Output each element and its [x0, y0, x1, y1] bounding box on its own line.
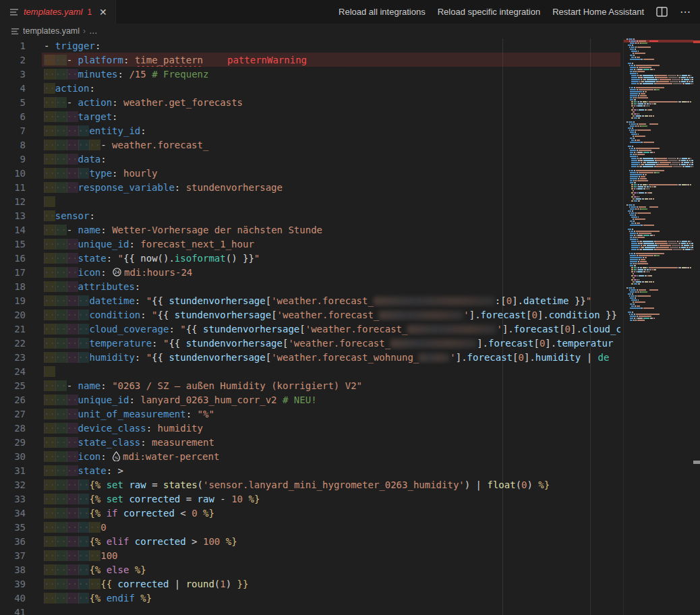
code-line[interactable]: 12: [0, 194, 620, 208]
code-line[interactable]: 41: [0, 605, 620, 615]
minimap-line: [624, 105, 693, 107]
indent-whitespace: ··: [44, 394, 55, 405]
overview-ruler[interactable]: [693, 38, 700, 615]
code-line[interactable]: 15······unique_id: forecast_next_1_hour: [0, 237, 620, 251]
breadcrumb-item-ellipsis[interactable]: …: [89, 26, 98, 36]
code-line[interactable]: 30······icon: %mdi:water-percent: [0, 449, 620, 463]
reload-all-integrations-button[interactable]: Reload all integrations: [339, 7, 426, 17]
minimap-token: [631, 113, 633, 115]
code-line[interactable]: 37··········100: [0, 548, 620, 562]
code-line[interactable]: 40········{% endif %}: [0, 591, 620, 605]
code-line[interactable]: 38········{% else %}: [0, 562, 620, 577]
code-line[interactable]: 17······icon: 24mdi:hours-24: [0, 265, 620, 279]
minimap-token: [637, 125, 639, 127]
more-actions-icon[interactable]: ⋯: [680, 5, 691, 18]
minimap-line: [624, 83, 693, 84]
code-line-content: ········{% set raw = states('sensor.lany…: [44, 479, 550, 490]
code-line[interactable]: 33········{% set corrected = raw - 10 %}: [0, 492, 620, 506]
code-line[interactable]: 18······attributes:: [0, 279, 620, 293]
indent-whitespace: ··: [44, 168, 55, 179]
code-token: ": [118, 253, 123, 264]
code-line[interactable]: 3······minutes: /15 # Frequenz: [0, 67, 620, 81]
breadcrumb-item-file[interactable]: templates.yaml: [23, 26, 80, 36]
minimap-line: [624, 170, 693, 171]
minimap-token: [635, 295, 637, 297]
code-line[interactable]: 28······device_class: humidity: [0, 421, 620, 435]
restart-home-assistant-button[interactable]: Restart Home Assistant: [552, 7, 644, 17]
minimap-token: [682, 101, 685, 102]
minimap-line: [624, 255, 693, 256]
minimap-token: [631, 271, 633, 272]
code-token: humidity: [158, 423, 203, 434]
minimap-token: [668, 241, 676, 242]
indent-whitespace: ··: [67, 267, 78, 278]
code-line[interactable]: 10········type: hourly: [0, 166, 620, 180]
code-line[interactable]: 22········temperature: "{{ stundenvorher…: [0, 336, 620, 350]
split-editor-icon[interactable]: [656, 7, 668, 17]
minimap-token: [634, 269, 636, 270]
code-line[interactable]: 2····- platform: time_patternpatternWarn…: [0, 53, 620, 67]
indent-whitespace: ··: [55, 465, 67, 476]
code-line[interactable]: 32········{% set raw = states('sensor.la…: [0, 477, 620, 492]
minimap-line: [624, 318, 693, 319]
indent-whitespace: ··: [55, 225, 67, 235]
tab-close-icon[interactable]: ✕: [99, 7, 107, 18]
minimap-token: [672, 162, 680, 163]
minimap-token: [634, 200, 637, 202]
code-line[interactable]: 6······target:: [0, 109, 620, 123]
code-line[interactable]: 20········condition: "{{ stundenvorhersa…: [0, 308, 620, 322]
minimap-token: [639, 206, 646, 208]
code-token: [146, 69, 152, 80]
reload-specific-integration-button[interactable]: Reload specific integration: [438, 7, 540, 17]
code-line-content: [44, 366, 55, 377]
code-line[interactable]: 36········{% elif corrected > 100 %}: [0, 534, 620, 548]
code-line[interactable]: 26······unique_id: lanyard_0263_hum_corr…: [0, 392, 620, 407]
minimap-token: [632, 312, 633, 313]
minimap-token: [682, 158, 687, 159]
minimap-token: [637, 271, 643, 272]
minimap-token: [649, 188, 650, 189]
code-line[interactable]: 31······state: >: [0, 463, 620, 477]
code-line[interactable]: 1- trigger:: [0, 38, 620, 53]
minimap-token: [630, 320, 633, 321]
code-token: unique_id: [78, 394, 129, 405]
gutter-line-number: 9: [0, 154, 26, 165]
gutter-line-number: 25: [0, 380, 26, 391]
code-line[interactable]: 16······state: "{{ now().isoformat() }}": [0, 251, 620, 265]
code-line[interactable]: 24: [0, 364, 620, 378]
minimap-token: [636, 170, 664, 171]
minimap-token: [638, 243, 639, 244]
minimap-line: [624, 115, 693, 117]
minimap-token: [630, 95, 637, 96]
code-line[interactable]: 5····- action: weather.get_forecasts: [0, 95, 620, 109]
code-line[interactable]: 19········datetime: "{{ stundenvorhersag…: [0, 293, 620, 308]
code-line[interactable]: 9······data:: [0, 152, 620, 166]
minimap-token: [688, 101, 689, 102]
code-line[interactable]: 8··········- weather.forecast_: [0, 138, 620, 152]
code-line[interactable]: 4··action:: [0, 81, 620, 95]
minimap-token: [681, 164, 687, 165]
minimap-token: [631, 249, 637, 250]
code-line[interactable]: 39··········{{ corrected | round(1) }}: [0, 577, 620, 591]
minimap-line: [624, 91, 693, 92]
code-line[interactable]: 7········entity_id:: [0, 123, 620, 138]
code-token: forecast: [467, 352, 513, 363]
code-line[interactable]: 25····- name: "0263 / SZ – außen Humidit…: [0, 378, 620, 392]
minimap[interactable]: [623, 38, 693, 615]
code-token: [: [533, 338, 539, 349]
code-line[interactable]: 14····- name: Wetter-Vorhersage der näch…: [0, 223, 620, 237]
code-line[interactable]: 29······state_class: measurement: [0, 435, 620, 449]
code-token: [112, 579, 117, 589]
code-line[interactable]: 27······unit_of_measurement: "%": [0, 407, 620, 421]
minimap-line: [624, 285, 693, 287]
tab-templates-yaml[interactable]: templates.yaml 1 ✕: [0, 0, 116, 24]
code-line[interactable]: 13··sensor:: [0, 208, 620, 223]
code-line[interactable]: 23········humidity: "{{ stundenvorhersag…: [0, 350, 620, 364]
minimap-token: [631, 47, 635, 48]
code-line[interactable]: 34········{% if corrected < 0 %}: [0, 506, 620, 520]
code-editor[interactable]: 1- trigger:2····- platform: time_pattern…: [0, 38, 700, 615]
indent-whitespace: ··: [44, 83, 55, 94]
code-line[interactable]: 11······response_variable: stundenvorher…: [0, 180, 620, 194]
code-line[interactable]: 35··········0: [0, 520, 620, 534]
code-line[interactable]: 21········cloud_coverage: "{{ stundenvor…: [0, 322, 620, 336]
